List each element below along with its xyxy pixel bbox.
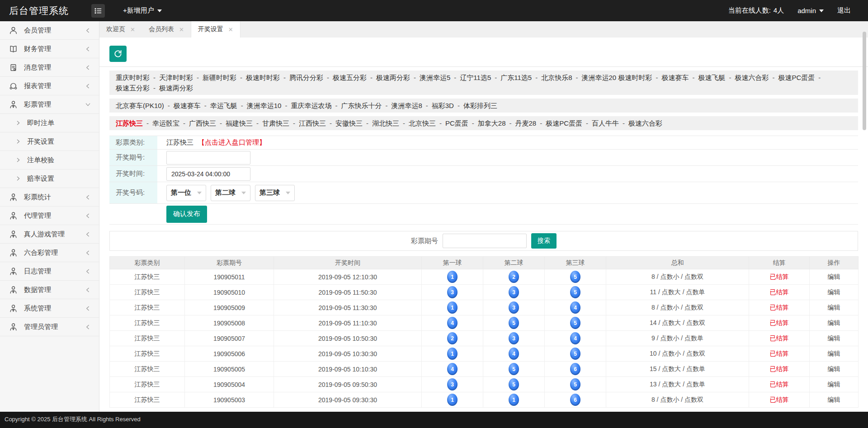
sidebar-subitem-label: 赔率设置 bbox=[27, 174, 54, 183]
scrollbar-thumb[interactable] bbox=[863, 32, 866, 130]
lottery-link-甘肃快三[interactable]: 甘肃快三 bbox=[262, 119, 289, 127]
draw-time-input[interactable] bbox=[166, 167, 250, 181]
pan-management-link[interactable]: 【点击进入盘口管理】 bbox=[198, 138, 266, 147]
sidebar-item-消息管理[interactable]: 消息管理 bbox=[0, 58, 99, 77]
lottery-link-丹麦28[interactable]: 丹麦28 bbox=[515, 119, 537, 127]
chevron-left-icon bbox=[85, 28, 91, 33]
sidebar-item-报表管理[interactable]: 报表管理 bbox=[0, 77, 99, 95]
sidebar-item-会员管理[interactable]: 会员管理 bbox=[0, 21, 99, 40]
lottery-link-广东11选5[interactable]: 广东11选5 bbox=[500, 74, 532, 81]
logout-button[interactable]: 退出 bbox=[837, 6, 851, 15]
sidebar-subitem-注单校验[interactable]: 注单校验 bbox=[0, 151, 99, 169]
lottery-link-澳洲幸运10[interactable]: 澳洲幸运10 bbox=[247, 102, 282, 109]
menu-toggle-button[interactable] bbox=[91, 4, 105, 18]
add-user-button[interactable]: +新增用户 bbox=[123, 6, 162, 15]
lottery-link-腾讯分分彩[interactable]: 腾讯分分彩 bbox=[289, 74, 323, 81]
lottery-link-极速六合彩[interactable]: 极速六合彩 bbox=[735, 74, 769, 81]
sidebar-item-label: 真人游戏管理 bbox=[24, 230, 65, 239]
lottery-link-幸运骰宝[interactable]: 幸运骰宝 bbox=[152, 119, 179, 127]
sidebar-subitem-即时注单[interactable]: 即时注单 bbox=[0, 114, 99, 132]
ball-select-第三球[interactable]: 第三球 bbox=[255, 185, 295, 201]
lottery-link-重庆幸运农场[interactable]: 重庆幸运农场 bbox=[291, 102, 331, 109]
lottery-link-澳洲幸运8[interactable]: 澳洲幸运8 bbox=[391, 102, 422, 109]
lottery-link-极速PC蛋蛋[interactable]: 极速PC蛋蛋 bbox=[778, 74, 815, 81]
separator: - bbox=[414, 74, 416, 81]
lottery-link-极速赛车[interactable]: 极速赛车 bbox=[174, 102, 201, 109]
lottery-link-北京赛车(PK10)[interactable]: 北京赛车(PK10) bbox=[116, 102, 164, 109]
lottery-link-极速六合彩[interactable]: 极速六合彩 bbox=[628, 119, 662, 127]
lottery-link-福彩3D[interactable]: 福彩3D bbox=[432, 102, 454, 109]
sidebar-item-真人游戏管理[interactable]: 真人游戏管理 bbox=[0, 225, 99, 244]
sidebar-item-系统管理[interactable]: 系统管理 bbox=[0, 299, 99, 318]
lottery-link-幸运飞艇[interactable]: 幸运飞艇 bbox=[210, 102, 237, 109]
sidebar-item-彩票统计[interactable]: 彩票统计 bbox=[0, 188, 99, 207]
ball-select-第二球[interactable]: 第二球 bbox=[211, 185, 250, 201]
lottery-link-江西快三[interactable]: 江西快三 bbox=[299, 119, 326, 127]
edit-button[interactable]: 编辑 bbox=[828, 334, 840, 342]
sidebar-item-彩票管理[interactable]: 彩票管理 bbox=[0, 95, 99, 114]
lottery-link-极速PC蛋蛋[interactable]: 极速PC蛋蛋 bbox=[546, 119, 582, 127]
lottery-link-极速赛车[interactable]: 极速赛车 bbox=[661, 74, 689, 81]
lottery-link-天津时时彩[interactable]: 天津时时彩 bbox=[159, 74, 193, 81]
lottery-link-广东快乐十分[interactable]: 广东快乐十分 bbox=[341, 102, 382, 109]
lottery-link-澳洲幸运20 极速时时彩[interactable]: 澳洲幸运20 极速时时彩 bbox=[582, 74, 652, 81]
lottery-link-广西快三[interactable]: 广西快三 bbox=[189, 119, 216, 127]
select-value: 第二球 bbox=[215, 188, 236, 197]
sidebar-item-财务管理[interactable]: 财务管理 bbox=[0, 40, 99, 58]
tab-欢迎页[interactable]: 欢迎页✕ bbox=[99, 21, 142, 38]
form-row-time: 开奖时间: bbox=[109, 166, 858, 182]
separator: - bbox=[183, 119, 185, 127]
lottery-link-新疆时时彩[interactable]: 新疆时时彩 bbox=[203, 74, 236, 81]
lottery-link-极速两分彩[interactable]: 极速两分彩 bbox=[159, 84, 193, 92]
tab-会员列表[interactable]: 会员列表✕ bbox=[142, 21, 191, 38]
lottery-link-北京快乐8[interactable]: 北京快乐8 bbox=[541, 74, 572, 81]
edit-button[interactable]: 编辑 bbox=[828, 381, 840, 388]
user-menu[interactable]: admin bbox=[797, 7, 824, 14]
search-input[interactable] bbox=[443, 234, 527, 248]
lottery-link-极速飞艇[interactable]: 极速飞艇 bbox=[698, 74, 725, 81]
close-icon[interactable]: ✕ bbox=[228, 26, 233, 33]
lottery-link-辽宁11选5[interactable]: 辽宁11选5 bbox=[460, 74, 491, 81]
lottery-link-安徽快三[interactable]: 安徽快三 bbox=[335, 119, 363, 127]
edit-button[interactable]: 编辑 bbox=[828, 273, 840, 280]
lottery-link-湖北快三[interactable]: 湖北快三 bbox=[372, 119, 399, 127]
lottery-link-百人牛牛[interactable]: 百人牛牛 bbox=[592, 119, 619, 127]
sidebar-subitem-赔率设置[interactable]: 赔率设置 bbox=[0, 169, 99, 188]
lottery-link-北京快三[interactable]: 北京快三 bbox=[409, 119, 436, 127]
sidebar-item-代理管理[interactable]: 代理管理 bbox=[0, 207, 99, 225]
issue-input[interactable] bbox=[166, 151, 250, 165]
sidebar-item-日志管理[interactable]: 日志管理 bbox=[0, 262, 99, 281]
search-button[interactable]: 搜索 bbox=[531, 233, 557, 249]
lottery-link-极速五分彩[interactable]: 极速五分彩 bbox=[116, 84, 150, 92]
sidebar-item-管理员管理[interactable]: 管理员管理 bbox=[0, 318, 99, 336]
edit-button[interactable]: 编辑 bbox=[828, 304, 840, 311]
edit-button[interactable]: 编辑 bbox=[828, 350, 840, 357]
table-row: 江苏快三1909050082019-09-05 11:10:3045514 / … bbox=[110, 315, 859, 331]
edit-button[interactable]: 编辑 bbox=[828, 288, 840, 296]
lottery-link-加拿大28[interactable]: 加拿大28 bbox=[478, 119, 506, 127]
ball-icon: 3 bbox=[447, 378, 458, 390]
edit-button[interactable]: 编辑 bbox=[828, 365, 840, 372]
confirm-publish-button[interactable]: 确认发布 bbox=[166, 206, 207, 223]
close-icon[interactable]: ✕ bbox=[179, 26, 184, 33]
ball-select-第一位[interactable]: 第一位 bbox=[166, 185, 206, 201]
sidebar-item-六合彩管理[interactable]: 六合彩管理 bbox=[0, 244, 99, 262]
lottery-link-极速两分彩[interactable]: 极速两分彩 bbox=[376, 74, 410, 81]
sidebar-subitem-开奖设置[interactable]: 开奖设置 bbox=[0, 132, 99, 151]
lottery-link-极速五分彩[interactable]: 极速五分彩 bbox=[333, 74, 367, 81]
close-icon[interactable]: ✕ bbox=[130, 26, 135, 33]
lottery-link-PC蛋蛋[interactable]: PC蛋蛋 bbox=[445, 119, 468, 127]
lottery-link-福建快三[interactable]: 福建快三 bbox=[226, 119, 253, 127]
action-cell: 编辑 bbox=[810, 331, 859, 346]
edit-button[interactable]: 编辑 bbox=[828, 319, 840, 326]
edit-button[interactable]: 编辑 bbox=[828, 396, 840, 403]
lottery-link-体彩排列三[interactable]: 体彩排列三 bbox=[463, 102, 497, 109]
refresh-button[interactable] bbox=[109, 46, 127, 62]
lottery-link-江苏快三[interactable]: 江苏快三 bbox=[116, 119, 143, 127]
tab-开奖设置[interactable]: 开奖设置✕ bbox=[191, 21, 241, 38]
lottery-link-极速时时彩[interactable]: 极速时时彩 bbox=[246, 74, 280, 81]
lottery-link-重庆时时彩[interactable]: 重庆时时彩 bbox=[116, 74, 150, 81]
sidebar-item-数据管理[interactable]: 数据管理 bbox=[0, 281, 99, 299]
lottery-category-row-2: 北京赛车(PK10)-极速赛车-幸运飞艇-澳洲幸运10-重庆幸运农场-广东快乐十… bbox=[109, 99, 858, 113]
lottery-link-澳洲幸运5[interactable]: 澳洲幸运5 bbox=[420, 74, 450, 81]
